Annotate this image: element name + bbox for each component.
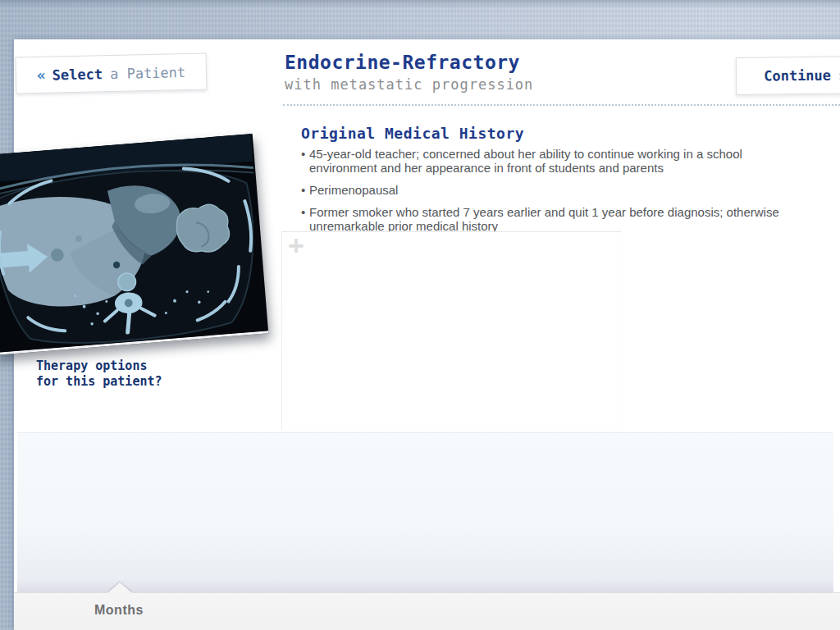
ct-caption-line1: Therapy options — [36, 358, 162, 374]
select-patient-label-strong: Select — [52, 66, 103, 83]
continue-label: Continue — [764, 67, 831, 84]
top-edge-shading — [0, 0, 840, 8]
timeline-footer-strip: Months — [14, 592, 840, 630]
timeline-axis-label: Months — [94, 603, 144, 618]
continue-button[interactable]: Continue » — [736, 56, 840, 95]
timeline-panel — [17, 432, 833, 592]
medical-history-item: 45-year-old teacher; concerned about her… — [301, 147, 800, 175]
medical-history-item: Perimenopausal — [301, 183, 800, 197]
medical-history-item: Former smoker who started 7 years earlie… — [301, 205, 800, 233]
page-title: Endocrine-Refractory — [285, 52, 520, 73]
ct-scan-image[interactable] — [0, 134, 268, 355]
page-subtitle: with metastatic progression — [285, 76, 533, 93]
select-patient-button[interactable]: « Select a Patient — [16, 53, 208, 94]
plus-icon: + — [288, 231, 304, 259]
timeline-pointer-icon — [107, 582, 132, 593]
notes-placeholder-panel[interactable]: + — [281, 231, 621, 430]
ct-caption-line2: for this patient? — [36, 374, 162, 390]
header-dotted-separator — [283, 104, 840, 106]
medical-history-list: 45-year-old teacher; concerned about her… — [301, 147, 800, 241]
chevron-left-icon: « — [37, 66, 46, 84]
ct-scan-graphic — [0, 134, 268, 353]
medical-history-heading: Original Medical History — [301, 125, 524, 142]
select-patient-label-rest: a Patient — [110, 64, 186, 82]
ct-caption: Therapy options for this patient? — [36, 358, 162, 390]
